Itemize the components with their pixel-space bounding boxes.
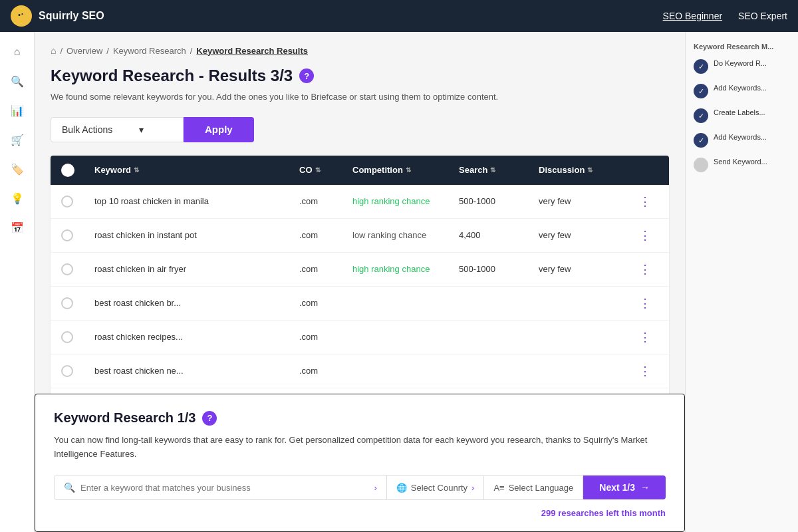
right-sidebar-item: ✓ Create Labels... [694,108,790,123]
sidebar-search-icon[interactable]: 🔍 [5,69,29,93]
top-nav: Squirrly SEO SEO Beginner SEO Expert [0,0,798,32]
apply-button[interactable]: Apply [184,117,254,142]
nav-seo-expert[interactable]: SEO Expert [738,11,787,21]
bulk-actions-label: Bulk Actions [62,124,112,135]
language-select[interactable]: A≡ Select Language [484,475,583,500]
right-sidebar-title: Keyword Research M... [694,43,790,51]
chevron-down-icon: ▾ [139,124,144,135]
page-title: Keyword Research - Results 3/3 [51,66,293,85]
layout: ⌂ 🔍 📊 🛒 🏷️ 💡 📅 ⌂ / Overview / Keyword Re… [0,32,798,532]
sidebar-chart-icon[interactable]: 📊 [5,98,29,122]
breadcrumb-overview[interactable]: Overview [66,46,102,56]
breadcrumb-sep1: / [60,46,63,56]
search-icon: 🔍 [64,482,75,493]
sidebar-tag-icon[interactable]: 🏷️ [5,157,29,181]
bulk-bar: Bulk Actions ▾ Apply [51,117,669,142]
language-label: Select Language [509,483,574,493]
right-sidebar-label-3: Create Labels... [714,108,765,118]
researches-left-label: 299 researches left this month [541,508,666,518]
page-subtitle: We found some relevant keywords for you.… [51,90,669,104]
breadcrumb-sep3: / [190,46,193,56]
breadcrumb-keyword-research[interactable]: Keyword Research [113,46,186,56]
app-logo: Squirrly SEO [11,5,663,27]
globe-icon: 🌐 [396,483,407,493]
modal-inputs: 🔍 › 🌐 Select Counrty › A≡ Select Languag… [54,475,666,500]
svg-point-2 [21,13,23,15]
check-icon-4: ✓ [694,133,708,148]
country-select[interactable]: 🌐 Select Counrty › [387,475,485,500]
bulk-actions-select[interactable]: Bulk Actions ▾ [51,117,184,142]
breadcrumb: ⌂ / Overview / Keyword Research / Keywor… [51,45,669,56]
right-sidebar-item: ✓ Do Keyword R... [694,59,790,74]
right-sidebar-label-5: Send Keyword... [714,157,767,167]
keyword-search-input[interactable] [80,483,368,493]
next-label: Next 1/3 [599,482,635,493]
right-sidebar-label-1: Do Keyword R... [714,59,767,68]
search-arrow-icon: › [374,483,376,493]
keyword-research-modal: Keyword Research 1/3 ? You can now find … [35,394,685,532]
right-sidebar-item: ✓ Add Keywords... [694,83,790,98]
check-icon-5 [694,158,708,172]
check-icon-2: ✓ [694,84,708,98]
main-content: ⌂ / Overview / Keyword Research / Keywor… [35,32,685,532]
svg-point-0 [17,11,27,21]
right-sidebar: Keyword Research M... ✓ Do Keyword R... … [685,32,798,532]
modal-search-field[interactable]: 🔍 › [54,475,387,500]
page-title-row: Keyword Research - Results 3/3 ? [51,66,669,85]
check-icon-3: ✓ [694,108,708,123]
modal-title-row: Keyword Research 1/3 ? [54,410,666,426]
sidebar-overview-icon[interactable]: ⌂ [5,40,29,64]
app-name: Squirrly SEO [39,10,104,22]
right-sidebar-item: ✓ Add Keywords... [694,132,790,148]
modal-help-icon[interactable]: ? [202,411,217,426]
check-icon-1: ✓ [694,59,708,74]
modal-footer: 299 researches left this month [54,508,666,518]
right-sidebar-label-2: Add Keywords... [714,83,767,93]
nav-links: SEO Beginner SEO Expert [663,11,787,21]
nav-seo-beginner[interactable]: SEO Beginner [663,11,723,21]
modal-overlay: Keyword Research 1/3 ? You can now find … [35,165,685,532]
left-sidebar: ⌂ 🔍 📊 🛒 🏷️ 💡 📅 [0,32,35,532]
country-label: Select Counrty [411,483,467,493]
right-sidebar-label-4: Add Keywords... [714,132,767,142]
modal-body-text: You can now find long-tail keywords that… [54,434,666,462]
help-icon[interactable]: ? [299,68,314,83]
modal-title: Keyword Research 1/3 [54,410,196,426]
next-arrow-icon: → [640,482,650,493]
breadcrumb-sep2: / [106,46,109,56]
sidebar-calendar-icon[interactable]: 📅 [5,215,29,239]
country-arrow-icon: › [471,483,474,493]
breadcrumb-results: Keyword Research Results [196,46,308,56]
breadcrumb-home-icon[interactable]: ⌂ [51,45,56,56]
svg-point-1 [19,14,21,16]
sidebar-cart-icon[interactable]: 🛒 [5,128,29,152]
logo-icon [11,5,32,27]
next-button[interactable]: Next 1/3 → [583,475,666,499]
translate-icon: A≡ [493,483,504,493]
right-sidebar-item: Send Keyword... [694,157,790,172]
sidebar-bulb-icon[interactable]: 💡 [5,186,29,210]
